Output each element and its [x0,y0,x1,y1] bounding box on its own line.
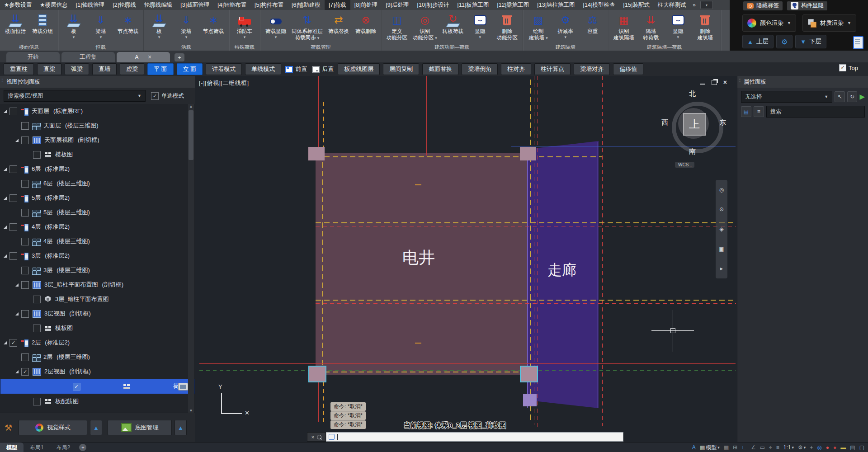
scroll-up-icon[interactable]: ▲ [188,104,194,108]
collapse-up-icon[interactable]: ▲ [175,420,187,435]
ribbon-button[interactable]: ⇊楼面恒活 [2,11,29,35]
model-space-button[interactable]: ▦模型▾ [700,444,720,452]
tools-icon[interactable]: ⚒ [5,423,12,433]
command-input-field[interactable] [326,432,623,442]
scale-button[interactable]: 1:1▾ [783,444,794,451]
ribbon-button[interactable]: ▨绘制建筑墙 ▾ [525,11,552,42]
menu-item[interactable]: 柱大样测试 [654,0,690,10]
gear-button[interactable]: ⚙▾ [798,444,806,451]
expand-arrow-icon[interactable] [15,283,19,287]
layout-tab-布局2[interactable]: 布局2 [50,443,77,452]
tree-item[interactable]: ✓2层视图(剖切框) [0,364,195,379]
properties-panel-header[interactable]: 属性面板 [737,76,868,88]
property-search-input[interactable]: 搜索 [766,106,865,118]
search-command-icon[interactable] [317,435,321,439]
view-compass[interactable]: 上 [672,102,715,145]
toolbar-send-back-button[interactable]: 后置 [311,65,335,73]
toolbar-button[interactable]: 垂直柱 [4,63,34,75]
menu-item[interactable]: [6]辅助建模 [288,0,325,10]
close-icon[interactable]: × [723,80,727,85]
zoom-icon[interactable]: ◈ [719,226,723,232]
snap-icon[interactable]: ⊞ [733,444,737,451]
navigation-strip[interactable]: ◎⊙◈▣▸ [716,180,727,278]
ribbon-button[interactable]: ∗节点荷载 [200,11,227,35]
expand-arrow-icon[interactable] [4,341,7,344]
expand-arrow-icon[interactable] [4,168,7,171]
add-layout-icon[interactable]: + [79,444,86,451]
ribbon-button[interactable]: ⇊隔墙转荷载 [637,11,665,41]
compass-top-face[interactable]: 上 [683,113,706,136]
tree-item[interactable]: 2层(楼层三维图) [0,350,195,364]
expand-arrow-icon[interactable] [4,226,7,229]
toolbar-button[interactable]: 梁墙倒角 [462,63,498,75]
minimize-icon[interactable] [700,84,705,85]
tree-checkbox[interactable] [33,325,41,332]
ribbon-button[interactable]: ⇅同体系标准层荷载同步 ▾ [289,11,325,42]
expand-arrow-icon[interactable] [4,110,7,113]
menu-item[interactable]: [8]前处理 [350,0,382,10]
restore-icon[interactable] [712,80,717,85]
tree-checkbox[interactable] [9,165,17,173]
ribbon-button[interactable]: ⊗荷载删除 [352,11,379,35]
orbit-icon[interactable]: ▣ [719,246,724,252]
tree-checkbox[interactable] [9,108,17,115]
tree-checkbox[interactable] [33,151,41,159]
ribbon-button[interactable]: ◫定义功能分区 [383,11,410,41]
tree-checkbox[interactable] [33,296,41,303]
tree-item[interactable]: 4层(楼层三维图) [0,234,195,249]
menu-item[interactable]: [2]轮廓线 [108,0,140,10]
annotation-icon[interactable]: A [692,444,696,451]
grid-icon[interactable]: ▦ [724,444,729,451]
top-view-toggle[interactable]: ✓ Top [839,64,858,71]
doc-tab-A[interactable]: A✕ [117,52,170,62]
menu-item[interactable]: [5]构件布置 [250,0,288,10]
tree-item[interactable]: 模板图 [0,321,195,335]
tree-item[interactable]: 天面层(楼层三维图) [0,118,195,133]
toolbar-button[interactable]: 直梁 [37,63,61,75]
floor-settings-gear[interactable]: ⚙ [776,35,793,48]
toolbar-button[interactable]: 柱计算点 [534,63,571,75]
tree-item[interactable]: 3层(楼层三维图) [0,263,195,278]
tree-checkbox[interactable] [21,310,29,318]
ribbon-button[interactable]: ⇊板▾ [146,11,173,40]
menu-item[interactable]: [11]板施工图 [453,0,493,10]
doc-tab-开始[interactable]: 开始 [6,52,60,62]
doc-tab-工程集[interactable]: 工程集 [61,52,115,62]
layers-icon[interactable]: ▤ [850,444,855,451]
base-map-button[interactable]: 底图管理 [108,420,172,435]
toolbar-button[interactable]: 板虚线图层 [338,63,380,75]
expand-arrow-icon[interactable] [15,139,19,142]
ortho-icon[interactable]: ∟ [741,444,747,451]
upper-floor-button[interactable]: ▲上层 [742,35,774,48]
tree-checkbox[interactable] [21,180,29,188]
close-tab-icon[interactable]: ✕ [148,54,152,60]
scroll-down-icon[interactable]: ▼ [188,409,194,413]
top-checkbox[interactable]: ✓ [839,64,846,71]
tree-item[interactable]: 天面层(标准层RF) [0,104,195,118]
expand-arrow-icon[interactable] [15,370,19,373]
floor-search-dropdown[interactable]: 搜索楼层/视图 ▼ [4,90,146,102]
quick-button-component-visibility[interactable]: 构件显隐 [787,1,827,10]
screen-icon[interactable]: ▢ [859,444,864,451]
view-panel-header[interactable]: 视图控制面板 [0,76,195,88]
toolbar-button[interactable]: 截面替换 [422,63,458,75]
zoom-plus-icon[interactable]: + [810,444,813,451]
pick-object-icon[interactable]: ↖ [835,91,845,102]
tree-checkbox[interactable] [9,223,17,231]
ribbon-button[interactable]: ⌣显隐▾ [665,11,692,40]
tree-item[interactable]: 4层(标准层2) [0,220,195,234]
lineweight-icon[interactable]: ≡ [776,444,779,451]
flame-icon[interactable]: ● [826,444,829,451]
toolbar-button[interactable]: 平 面 [147,63,174,75]
toolbar-button[interactable]: 详看模式 [206,63,242,75]
collapse-up-icon[interactable]: ▲ [90,420,102,435]
tree-checkbox[interactable] [9,194,17,202]
tree-checkbox[interactable] [21,238,29,245]
wcs-chip[interactable]: WCS ˬ [675,162,694,168]
command-input-bar[interactable]: × [307,432,623,442]
toolbar-bring-front-button[interactable]: 前置 [284,65,308,73]
tree-checkbox[interactable] [9,252,17,260]
target-icon[interactable]: ◎ [817,444,821,451]
menu-item[interactable]: [3]截面管理 [176,0,213,10]
polar-icon[interactable]: ∠ [751,444,756,451]
